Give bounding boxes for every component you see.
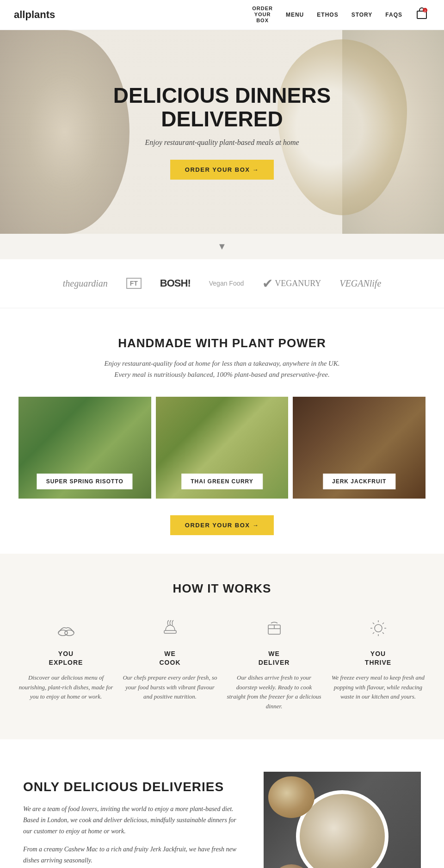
press-bosh: BOSH! — [160, 277, 191, 289]
step-thrive: YOU THRIVE We freeze every meal to keep … — [331, 614, 426, 712]
step-deliver-desc: Our dishes arrive fresh to your doorstep… — [227, 673, 321, 712]
step-explore-desc: Discover our delicious menu of nourishin… — [18, 673, 113, 702]
logo[interactable]: allplants — [14, 9, 55, 21]
only-para-1: We are a team of food lovers, inviting t… — [23, 804, 245, 837]
cart-icon[interactable]: 2 — [415, 7, 430, 22]
only-image — [264, 772, 421, 868]
plant-section-title: HANDMADE WITH PLANT POWER — [18, 336, 426, 350]
step-thrive-desc: We freeze every meal to keep fresh and p… — [331, 673, 426, 702]
svg-line-15 — [373, 632, 374, 634]
hero-section: DELICIOUS DINNERS DELIVERED Enjoy restau… — [0, 30, 444, 234]
svg-line-13 — [382, 632, 384, 634]
step-thrive-title: YOU THRIVE — [331, 649, 426, 668]
press-veganfood: Vegan Food — [209, 280, 244, 287]
svg-rect-5 — [164, 631, 176, 633]
meal-card-risotto[interactable]: SUPER SPRING RISOTTO — [18, 397, 151, 499]
nav-menu[interactable]: MENU — [286, 12, 304, 18]
hero-cta-button[interactable]: ORDER YOUR BOX → — [170, 160, 274, 180]
meal-card-jackfruit[interactable]: JERK JACKFRUIT — [293, 397, 426, 499]
svg-line-12 — [373, 623, 374, 624]
svg-text:2: 2 — [424, 9, 426, 12]
explore-icon — [18, 614, 113, 642]
vegan-v-icon: ✔ — [262, 276, 273, 291]
deliver-icon — [227, 614, 321, 642]
nav-ethos[interactable]: ETHOS — [317, 12, 338, 18]
plant-section-cta-button[interactable]: ORDER YOUR BOX → — [170, 515, 274, 535]
only-title: ONLY DELICIOUS DELIVERIES — [23, 780, 245, 794]
meal-cards-container: SUPER SPRING RISOTTO THAI GREEN CURRY JE… — [18, 397, 426, 499]
nav-story[interactable]: STORY — [352, 12, 373, 18]
svg-line-14 — [382, 623, 384, 624]
meal-label-risotto: SUPER SPRING RISOTTO — [37, 474, 133, 489]
meal-label-jackfruit: JERK JACKFRUIT — [323, 474, 395, 489]
plant-section-subtitle: Enjoy restaurant-quality food at home fo… — [18, 358, 426, 380]
step-cook-desc: Our chefs prepare every order fresh, so … — [123, 673, 217, 702]
navigation: allplants ORDER YOUR BOX MENU ETHOS STOR… — [0, 0, 444, 30]
only-text-content: ONLY DELICIOUS DELIVERIES We are a team … — [23, 780, 245, 868]
plant-power-section: HANDMADE WITH PLANT POWER Enjoy restaura… — [0, 308, 444, 554]
step-deliver: WE DELIVER Our dishes arrive fresh to yo… — [227, 614, 321, 712]
hero-subtitle: Enjoy restaurant-quality plant-based mea… — [113, 138, 331, 147]
press-section: theguardian FT BOSH! Vegan Food ✔ VEGANU… — [0, 259, 444, 308]
nav-links: ORDER YOUR BOX MENU ETHOS STORY FAQS 2 — [252, 6, 430, 24]
step-deliver-title: WE DELIVER — [227, 649, 321, 668]
nav-faqs[interactable]: FAQS — [385, 12, 402, 18]
meal-label-curry: THAI GREEN CURRY — [181, 474, 263, 489]
svg-point-7 — [375, 624, 382, 632]
cook-icon — [123, 614, 217, 642]
step-cook-title: WE COOK — [123, 649, 217, 668]
step-cook: WE COOK Our chefs prepare every order fr… — [123, 614, 217, 712]
step-explore: YOU EXPLORE Discover our delicious menu … — [18, 614, 113, 712]
hero-content: DELICIOUS DINNERS DELIVERED Enjoy restau… — [113, 84, 331, 179]
how-title: HOW IT WORKS — [18, 581, 426, 596]
how-section: HOW IT WORKS YOU EXPLORE Discover our de… — [0, 554, 444, 739]
press-ft: FT — [126, 278, 142, 289]
hero-title: DELICIOUS DINNERS DELIVERED — [113, 84, 331, 131]
only-para-2: From a creamy Cashew Mac to a rich and f… — [23, 844, 245, 866]
chevron-down-icon: ▼ — [217, 241, 227, 252]
meal-card-curry[interactable]: THAI GREEN CURRY — [156, 397, 289, 499]
how-steps-container: YOU EXPLORE Discover our delicious menu … — [18, 614, 426, 712]
chevron-down-section: ▼ — [0, 234, 444, 259]
thrive-icon — [331, 614, 426, 642]
press-veganlife: VEGANlife — [339, 278, 381, 289]
only-section: ONLY DELICIOUS DELIVERIES We are a team … — [0, 739, 444, 868]
press-veganuary: ✔ VEGANURY — [262, 276, 321, 291]
press-guardian: theguardian — [63, 278, 108, 289]
step-explore-title: YOU EXPLORE — [18, 649, 113, 668]
nav-order-box[interactable]: ORDER YOUR BOX — [252, 6, 273, 24]
